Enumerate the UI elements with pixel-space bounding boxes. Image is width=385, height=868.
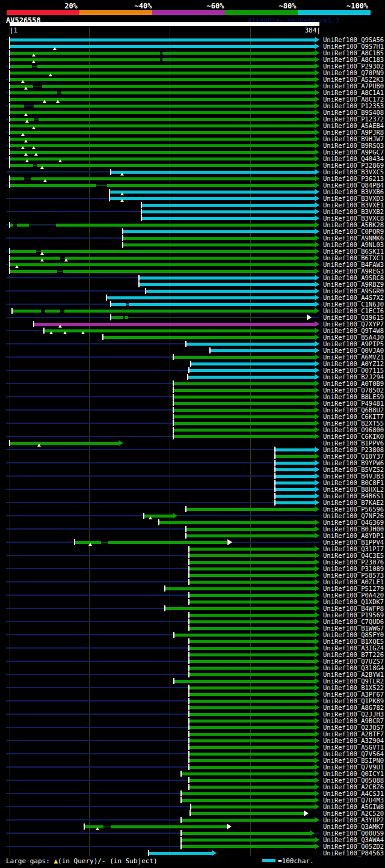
alignment-bar-segment[interactable] bbox=[165, 587, 315, 590]
row-label[interactable]: UniRef100_P84563 bbox=[323, 850, 384, 857]
alignment-bar-segment[interactable] bbox=[34, 323, 315, 326]
alignment-bar-segment[interactable] bbox=[174, 356, 315, 359]
alignment-bar-segment[interactable] bbox=[10, 72, 315, 75]
alignment-bar-segment[interactable] bbox=[10, 138, 315, 141]
alignment-bar-segment[interactable] bbox=[189, 766, 315, 769]
alignment-bar-segment[interactable] bbox=[10, 157, 315, 160]
alignment-bar-segment[interactable] bbox=[174, 402, 315, 405]
alignment-bar-segment[interactable] bbox=[189, 739, 315, 742]
alignment-bar-segment[interactable] bbox=[10, 164, 33, 167]
alignment-bar-segment[interactable] bbox=[10, 85, 33, 88]
alignment-bar-segment[interactable] bbox=[186, 343, 315, 346]
alignment-bar-segment[interactable] bbox=[17, 224, 29, 227]
alignment-bar-segment[interactable] bbox=[85, 825, 103, 828]
alignment-bar-segment[interactable] bbox=[34, 105, 315, 108]
alignment-bar-segment[interactable] bbox=[56, 224, 315, 227]
alignment-bar-segment[interactable] bbox=[189, 567, 315, 570]
alignment-bar-segment[interactable] bbox=[276, 468, 315, 471]
alignment-bar-segment[interactable] bbox=[189, 620, 315, 623]
alignment-bar-segment[interactable] bbox=[189, 713, 315, 716]
alignment-bar-segment[interactable] bbox=[41, 250, 315, 253]
alignment-bar-segment[interactable] bbox=[189, 594, 315, 597]
alignment-bar-segment[interactable] bbox=[189, 786, 315, 789]
alignment-bar-segment[interactable] bbox=[142, 210, 315, 213]
alignment-bar-segment[interactable] bbox=[107, 184, 315, 187]
alignment-bar-segment[interactable] bbox=[10, 111, 315, 114]
alignment-bar-segment[interactable] bbox=[42, 85, 315, 88]
alignment-bar-segment[interactable] bbox=[189, 640, 315, 643]
alignment-bar-segment[interactable] bbox=[189, 561, 315, 564]
alignment-bar-segment[interactable] bbox=[189, 753, 315, 756]
alignment-bar-segment[interactable] bbox=[129, 303, 315, 306]
alignment-bar-segment[interactable] bbox=[63, 270, 315, 273]
alignment-bar-segment[interactable] bbox=[182, 792, 315, 795]
alignment-bar-segment[interactable] bbox=[10, 105, 24, 108]
alignment-bar-segment[interactable] bbox=[182, 845, 315, 848]
alignment-bar-segment[interactable] bbox=[182, 832, 310, 835]
alignment-bar-segment[interactable] bbox=[10, 124, 315, 127]
alignment-bar-segment[interactable] bbox=[10, 184, 96, 187]
alignment-bar-segment[interactable] bbox=[111, 171, 315, 174]
alignment-bar-segment[interactable] bbox=[182, 819, 315, 822]
alignment-bar-segment[interactable] bbox=[186, 534, 315, 537]
alignment-bar-segment[interactable] bbox=[142, 217, 315, 220]
alignment-bar-segment[interactable] bbox=[189, 548, 315, 551]
alignment-bar-segment[interactable] bbox=[186, 508, 315, 511]
alignment-bar-segment[interactable] bbox=[123, 243, 315, 246]
alignment-bar-segment[interactable] bbox=[140, 283, 315, 286]
alignment-bar-segment[interactable] bbox=[276, 495, 315, 498]
alignment-bar-segment[interactable] bbox=[174, 634, 315, 637]
alignment-bar-segment[interactable] bbox=[10, 270, 57, 273]
alignment-bar-segment[interactable] bbox=[13, 310, 41, 313]
alignment-bar-segment[interactable] bbox=[182, 799, 315, 802]
alignment-bar-segment[interactable] bbox=[10, 151, 315, 154]
alignment-bar-segment[interactable] bbox=[189, 693, 315, 696]
alignment-bar-segment[interactable] bbox=[189, 574, 315, 577]
alignment-bar-segment[interactable] bbox=[211, 349, 315, 352]
alignment-bar-segment[interactable] bbox=[189, 601, 315, 604]
alignment-bar-segment[interactable] bbox=[10, 144, 315, 147]
alignment-bar-segment[interactable] bbox=[111, 316, 123, 319]
alignment-bar-segment[interactable] bbox=[174, 422, 315, 425]
alignment-bar-segment[interactable] bbox=[146, 290, 315, 293]
alignment-bar-segment[interactable] bbox=[45, 329, 315, 332]
alignment-bar-segment[interactable] bbox=[10, 257, 60, 260]
alignment-bar-segment[interactable] bbox=[123, 230, 315, 233]
alignment-bar-segment[interactable] bbox=[108, 541, 227, 544]
alignment-bar-segment[interactable] bbox=[162, 58, 315, 61]
alignment-bar-segment[interactable] bbox=[189, 726, 315, 729]
alignment-bar-segment[interactable] bbox=[276, 455, 315, 458]
alignment-bar-segment[interactable] bbox=[159, 521, 315, 524]
alignment-bar-segment[interactable] bbox=[38, 118, 315, 121]
alignment-bar-segment[interactable] bbox=[10, 38, 315, 41]
alignment-bar-segment[interactable] bbox=[189, 653, 315, 656]
alignment-bar-segment[interactable] bbox=[110, 191, 315, 194]
alignment-bar-segment[interactable] bbox=[186, 528, 315, 531]
alignment-bar-segment[interactable] bbox=[37, 164, 315, 167]
alignment-bar-segment[interactable] bbox=[189, 667, 315, 670]
alignment-bar-segment[interactable] bbox=[64, 310, 315, 313]
alignment-bar-segment[interactable] bbox=[189, 627, 315, 630]
alignment-bar-segment[interactable] bbox=[188, 376, 315, 379]
alignment-bar-segment[interactable] bbox=[189, 686, 315, 689]
alignment-bar-segment[interactable] bbox=[189, 369, 315, 372]
alignment-bar-segment[interactable] bbox=[174, 382, 315, 385]
alignment-bar-segment[interactable] bbox=[189, 733, 315, 736]
alignment-bar-segment[interactable] bbox=[142, 204, 315, 207]
alignment-bar-segment[interactable] bbox=[107, 296, 315, 299]
alignment-bar-segment[interactable] bbox=[149, 852, 212, 855]
alignment-bar-segment[interactable] bbox=[189, 779, 315, 782]
alignment-bar-segment[interactable] bbox=[174, 680, 315, 683]
alignment-bar-segment[interactable] bbox=[189, 706, 315, 709]
alignment-bar-segment[interactable] bbox=[189, 581, 315, 584]
alignment-bar-segment[interactable] bbox=[189, 720, 315, 723]
alignment-bar-segment[interactable] bbox=[191, 805, 315, 808]
alignment-bar-segment[interactable] bbox=[165, 607, 315, 610]
alignment-bar-segment[interactable] bbox=[10, 118, 34, 121]
alignment-bar-segment[interactable] bbox=[174, 435, 315, 438]
alignment-bar-segment[interactable] bbox=[111, 825, 227, 828]
alignment-bar-segment[interactable] bbox=[276, 475, 315, 478]
alignment-bar-segment[interactable] bbox=[111, 303, 126, 306]
alignment-bar-segment[interactable] bbox=[162, 52, 315, 55]
alignment-bar-segment[interactable] bbox=[182, 772, 315, 775]
